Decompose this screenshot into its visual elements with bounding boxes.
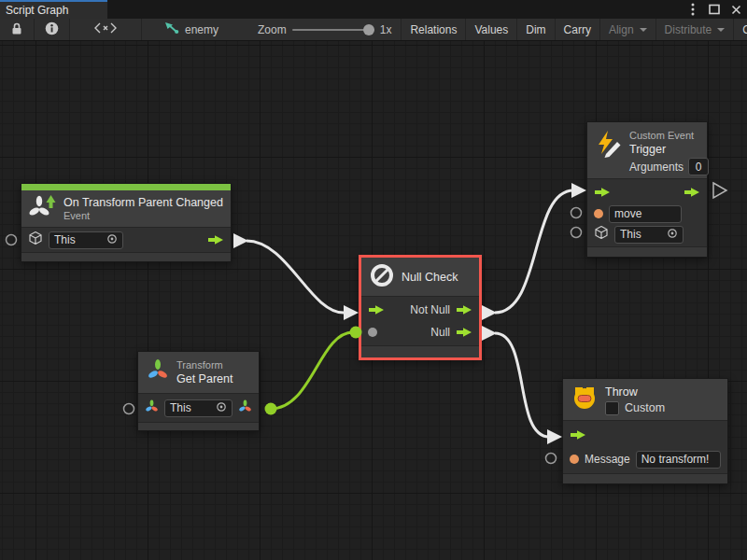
zoom-label: Zoom — [258, 23, 287, 36]
node-category: Custom Event — [629, 130, 709, 142]
string-input-port[interactable] — [570, 455, 579, 464]
node-title: On Transform Parent Changed — [63, 195, 223, 210]
target-field[interactable]: This — [164, 399, 233, 417]
target-picker-icon[interactable] — [106, 233, 118, 247]
tab-strip: Script Graph — [0, 0, 747, 19]
unconnected-port-circle[interactable] — [124, 404, 134, 414]
flow-input-port[interactable] — [594, 187, 611, 198]
dim-button[interactable]: Dim — [517, 19, 555, 40]
null-output-port[interactable] — [456, 327, 472, 338]
flow-output-port[interactable] — [684, 187, 700, 198]
align-label: Align — [609, 23, 634, 36]
graph-toolbar: enemy Zoom 1x Relations Values Dim Carry… — [0, 19, 747, 41]
event-name-value: move — [614, 207, 641, 220]
custom-event-icon — [595, 130, 623, 161]
message-value: No transform! — [641, 453, 710, 466]
flow-input-port[interactable] — [570, 429, 586, 441]
node-title: Trigger — [629, 142, 709, 157]
maximize-icon[interactable] — [709, 4, 720, 15]
target-value: This — [170, 401, 191, 414]
zoom-slider-handle[interactable] — [363, 24, 374, 35]
info-icon — [45, 21, 59, 38]
target-picker-icon[interactable] — [667, 228, 678, 242]
arguments-field[interactable]: 0 — [688, 158, 709, 175]
wire-start-arrow[interactable] — [233, 233, 248, 248]
info-button[interactable] — [35, 19, 70, 40]
target-value: This — [54, 233, 76, 246]
message-field[interactable]: No transform! — [636, 451, 721, 469]
node-header: Transform Get Parent — [138, 352, 259, 394]
string-input-port[interactable] — [594, 209, 603, 218]
graph-icon — [164, 21, 179, 37]
node-header: Custom Event Trigger Arguments 0 — [587, 122, 707, 179]
wire-event-to-nullcheck[interactable] — [247, 241, 344, 313]
flow-input-port[interactable] — [368, 304, 385, 315]
wire-getparent-to-nullcheck[interactable] — [271, 332, 353, 409]
chevron-down-icon — [717, 28, 725, 32]
overview-button[interactable]: Overview — [734, 19, 747, 40]
node-port-row: Message No transform! — [563, 447, 727, 471]
node-get-parent[interactable]: Transform Get Parent This — [137, 351, 260, 431]
wire-end-arrow[interactable] — [571, 183, 586, 198]
gameobject-cube-icon — [594, 225, 609, 244]
arguments-label: Arguments — [629, 161, 684, 174]
distribute-button[interactable]: Distribute — [656, 19, 735, 40]
unconnected-port-circle[interactable] — [571, 208, 582, 218]
transform-port-icon[interactable] — [145, 399, 159, 417]
wire-start-arrow[interactable] — [482, 305, 497, 320]
value-input-port[interactable] — [368, 328, 377, 337]
node-footer — [563, 473, 727, 483]
wire-start-arrow[interactable] — [482, 326, 497, 341]
lock-button[interactable] — [0, 19, 35, 40]
unconnected-port-circle[interactable] — [546, 454, 557, 464]
values-button[interactable]: Values — [466, 19, 517, 40]
target-picker-icon[interactable] — [216, 401, 227, 415]
chevron-down-icon — [640, 28, 647, 32]
transform-output-port-icon[interactable] — [238, 399, 252, 417]
edit-graph-button[interactable] — [70, 19, 142, 40]
node-footer — [21, 252, 231, 261]
node-port-row — [587, 181, 707, 203]
node-port-row: This — [21, 228, 231, 252]
unconnected-port-circle[interactable] — [7, 235, 17, 245]
node-port-row: move — [587, 203, 707, 224]
menu-dots-icon[interactable] — [687, 4, 698, 15]
not-null-label: Not Null — [410, 303, 450, 316]
align-button[interactable]: Align — [600, 19, 656, 40]
transform-event-icon — [29, 194, 57, 223]
node-null-check[interactable]: Null Check Not Null Null — [359, 255, 482, 360]
close-icon[interactable] — [730, 4, 741, 15]
node-throw[interactable]: Throw Custom Message No transform! — [562, 378, 728, 484]
graph-name-group: enemy — [155, 19, 228, 40]
unconnected-port-circle[interactable] — [571, 228, 582, 238]
graph-canvas[interactable]: On Transform Parent Changed Event This — [0, 41, 747, 560]
zoom-slider[interactable] — [292, 29, 374, 31]
node-on-transform-parent-changed[interactable]: On Transform Parent Changed Event This — [21, 183, 232, 262]
wire-end-arrow[interactable] — [344, 305, 359, 320]
flow-output-port[interactable] — [207, 234, 224, 245]
node-title: Get Parent — [176, 371, 233, 386]
event-name-field[interactable]: move — [609, 205, 682, 223]
node-title: Null Check — [402, 270, 458, 285]
tab-script-graph[interactable]: Script Graph — [0, 0, 107, 19]
not-null-output-port[interactable] — [456, 304, 472, 315]
node-custom-event-trigger[interactable]: Custom Event Trigger Arguments 0 move — [586, 121, 708, 258]
zoom-control: Zoom 1x — [248, 19, 401, 40]
carry-button[interactable]: Carry — [556, 19, 600, 40]
zoom-value: 1x — [380, 23, 392, 36]
node-header: On Transform Parent Changed Event — [21, 190, 231, 228]
node-port-row: Null — [361, 321, 479, 343]
tab-title: Script Graph — [6, 4, 68, 17]
custom-checkbox[interactable] — [605, 401, 619, 415]
unconnected-flow-triangle[interactable] — [713, 183, 726, 198]
target-field[interactable]: This — [614, 226, 684, 244]
wire-null-to-throw[interactable] — [495, 333, 549, 437]
node-footer — [587, 246, 707, 257]
wire-end-arrow[interactable] — [547, 429, 562, 444]
target-field[interactable]: This — [49, 231, 123, 249]
relations-button[interactable]: Relations — [401, 19, 466, 40]
wire-start-dot[interactable] — [265, 403, 277, 415]
wire-notnull-to-trigger[interactable] — [495, 190, 573, 313]
window-controls — [687, 0, 741, 19]
node-port-row: Not Null — [361, 299, 479, 321]
